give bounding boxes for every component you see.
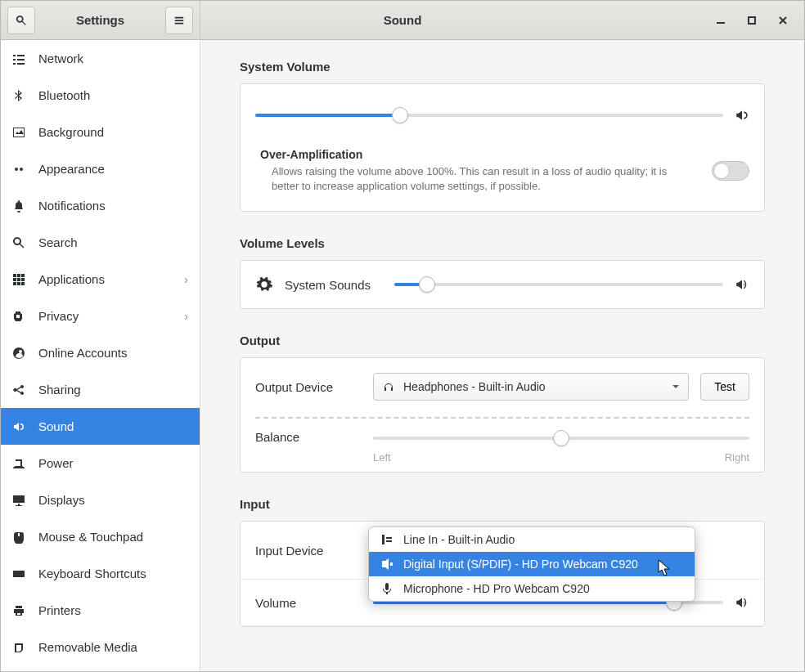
chevron-down-icon: [672, 383, 680, 391]
sidebar-item-label: Sharing: [38, 383, 188, 396]
app-title: Settings: [35, 13, 165, 27]
output-device-label: Output Device: [255, 380, 362, 394]
sound-icon: [12, 420, 25, 433]
spdif-icon: [380, 558, 394, 571]
page-title: Sound: [384, 13, 422, 27]
chevron-right-icon: ›: [184, 310, 188, 323]
input-device-label: Input Device: [255, 544, 362, 558]
close-icon: [779, 16, 787, 25]
mouse-icon: [12, 531, 25, 544]
sidebar-item-label: Search: [38, 235, 188, 249]
overamp-switch[interactable]: [712, 161, 749, 181]
sidebar-item-applications[interactable]: Applications›: [1, 261, 200, 298]
sidebar-item-label: Bluetooth: [38, 88, 188, 102]
sidebar-item-keyboard[interactable]: Keyboard Shortcuts: [1, 555, 200, 592]
balance-slider[interactable]: [373, 430, 749, 446]
output-device-selected: Headphones - Built-in Audio: [403, 380, 663, 393]
online-accounts-icon: [12, 347, 25, 360]
section-volume-levels-title: Volume Levels: [240, 236, 765, 250]
sidebar-item-online-accounts[interactable]: Online Accounts: [1, 334, 200, 371]
svg-point-2: [15, 168, 18, 171]
input-device-popup[interactable]: Line In - Built-in AudioDigital Input (S…: [368, 526, 695, 602]
input-option-1[interactable]: Digital Input (S/PDIF) - HD Pro Webcam C…: [369, 552, 695, 576]
section-input-title: Input: [240, 497, 765, 511]
system-volume-slider[interactable]: [255, 107, 723, 123]
sidebar-item-printers[interactable]: Printers: [1, 592, 200, 629]
search-icon: [12, 236, 25, 249]
titlebar: Settings Sound: [1, 1, 804, 40]
sidebar-item-label: Background: [38, 125, 188, 139]
sidebar-item-label: Sound: [38, 419, 188, 433]
sidebar-item-label: Removable Media: [38, 640, 188, 654]
mic-icon: [380, 582, 394, 595]
notifications-icon: [12, 199, 25, 213]
speaker-icon: [735, 277, 749, 292]
sidebar-item-label: Network: [38, 52, 188, 65]
search-icon: [16, 15, 27, 26]
section-system-volume-title: System Volume: [240, 60, 765, 74]
input-option-label: Microphone - HD Pro Webcam C920: [403, 582, 590, 595]
removable-icon: [12, 641, 25, 654]
maximize-icon: [748, 16, 756, 25]
minimize-icon: [717, 16, 725, 25]
sidebar-item-power[interactable]: Power: [1, 445, 200, 482]
gear-icon: [255, 276, 273, 293]
sidebar-item-removable[interactable]: Removable Media: [1, 629, 200, 665]
chevron-right-icon: ›: [184, 273, 188, 286]
sidebar: NetworkBluetoothBackgroundAppearanceNoti…: [1, 40, 200, 671]
close-button[interactable]: [775, 12, 791, 29]
sidebar-item-network[interactable]: Network: [1, 40, 200, 77]
privacy-icon: [12, 310, 25, 323]
printers-icon: [12, 604, 25, 617]
displays-icon: [12, 494, 25, 507]
sidebar-item-bluetooth[interactable]: Bluetooth: [1, 77, 200, 114]
sidebar-item-notifications[interactable]: Notifications: [1, 187, 200, 224]
sidebar-item-search[interactable]: Search: [1, 224, 200, 261]
input-option-label: Line In - Built-in Audio: [403, 533, 515, 546]
maximize-button[interactable]: [744, 12, 760, 29]
sidebar-item-label: Power: [38, 456, 188, 470]
input-option-2[interactable]: Microphone - HD Pro Webcam C920: [369, 576, 695, 601]
sidebar-item-label: Online Accounts: [38, 346, 188, 360]
headphones-icon: [382, 380, 395, 393]
sidebar-item-sound[interactable]: Sound: [1, 408, 200, 445]
sidebar-item-sharing[interactable]: Sharing: [1, 371, 200, 408]
minimize-button[interactable]: [713, 12, 729, 29]
background-icon: [12, 126, 25, 139]
input-volume-label: Volume: [255, 596, 362, 610]
balance-right-label: Right: [725, 451, 749, 464]
sharing-icon: [12, 383, 25, 396]
sidebar-item-label: Printers: [38, 603, 188, 617]
system-sounds-slider[interactable]: [394, 276, 723, 293]
sidebar-item-displays[interactable]: Displays: [1, 482, 200, 518]
appearance-icon: [12, 163, 25, 176]
sidebar-item-label: Appearance: [38, 162, 188, 176]
system-sounds-label: System Sounds: [285, 278, 383, 292]
hamburger-icon: [173, 15, 185, 26]
speaker-icon: [735, 108, 749, 123]
sidebar-item-privacy[interactable]: Privacy›: [1, 298, 200, 334]
sidebar-item-label: Applications: [38, 272, 171, 286]
sidebar-item-label: Keyboard Shortcuts: [38, 567, 188, 580]
speaker-icon: [735, 595, 749, 610]
overamp-title: Over-Amplification: [260, 148, 695, 161]
input-option-0[interactable]: Line In - Built-in Audio: [369, 527, 695, 552]
search-button[interactable]: [7, 7, 35, 34]
output-device-dropdown[interactable]: Headphones - Built-in Audio: [373, 373, 689, 401]
overamp-description: Allows raising the volume above 100%. Th…: [260, 164, 695, 193]
svg-rect-0: [717, 22, 725, 24]
keyboard-icon: [12, 567, 25, 580]
power-icon: [12, 457, 25, 470]
sidebar-item-mouse[interactable]: Mouse & Touchpad: [1, 518, 200, 555]
sidebar-item-label: Notifications: [38, 199, 188, 213]
sidebar-item-label: Privacy: [38, 309, 171, 323]
test-button[interactable]: Test: [700, 373, 749, 401]
sidebar-item-background[interactable]: Background: [1, 114, 200, 150]
sidebar-item-label: Mouse & Touchpad: [38, 530, 188, 544]
menu-button[interactable]: [165, 7, 193, 34]
svg-rect-1: [749, 17, 755, 24]
sidebar-item-appearance[interactable]: Appearance: [1, 150, 200, 187]
bluetooth-icon: [12, 89, 25, 102]
network-icon: [12, 52, 25, 65]
linein-icon: [380, 533, 394, 546]
